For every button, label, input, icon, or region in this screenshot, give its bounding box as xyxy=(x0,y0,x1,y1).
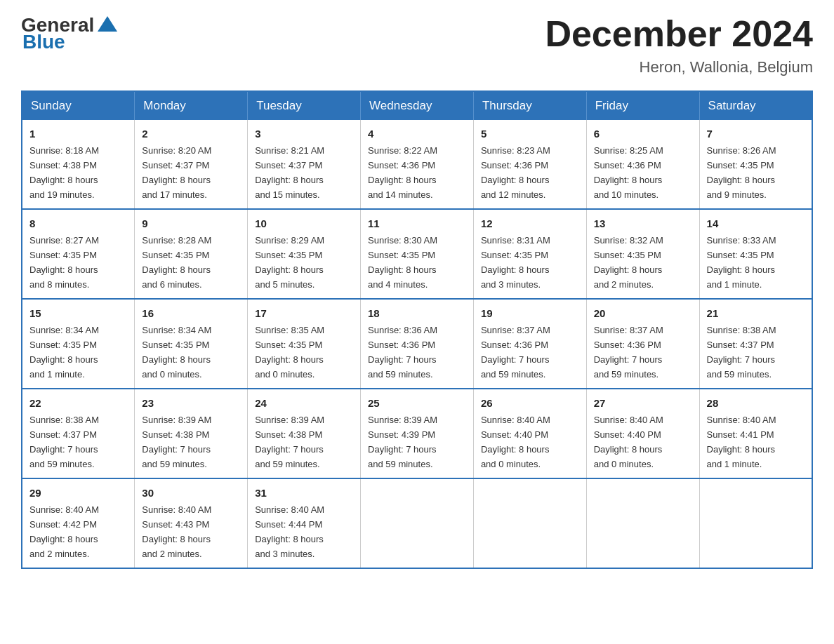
day-number: 1 xyxy=(29,126,127,142)
main-title: December 2024 xyxy=(545,14,813,54)
day-info: Sunrise: 8:40 AMSunset: 4:41 PMDaylight:… xyxy=(707,415,776,469)
calendar-cell: 24Sunrise: 8:39 AMSunset: 4:38 PMDayligh… xyxy=(248,389,361,478)
day-number: 17 xyxy=(255,305,353,321)
calendar-cell xyxy=(699,478,812,568)
calendar-cell: 3Sunrise: 8:21 AMSunset: 4:37 PMDaylight… xyxy=(248,120,361,209)
day-info: Sunrise: 8:38 AMSunset: 4:37 PMDaylight:… xyxy=(29,415,99,469)
calendar-cell: 27Sunrise: 8:40 AMSunset: 4:40 PMDayligh… xyxy=(586,389,699,478)
calendar-cell: 10Sunrise: 8:29 AMSunset: 4:35 PMDayligh… xyxy=(248,209,361,299)
day-number: 4 xyxy=(368,126,466,142)
calendar-cell: 22Sunrise: 8:38 AMSunset: 4:37 PMDayligh… xyxy=(22,389,135,478)
day-number: 12 xyxy=(481,215,579,232)
day-number: 26 xyxy=(481,395,579,411)
calendar-cell: 12Sunrise: 8:31 AMSunset: 4:35 PMDayligh… xyxy=(473,209,586,299)
day-info: Sunrise: 8:39 AMSunset: 4:38 PMDaylight:… xyxy=(142,415,211,469)
day-info: Sunrise: 8:26 AMSunset: 4:35 PMDaylight:… xyxy=(707,145,776,200)
day-info: Sunrise: 8:38 AMSunset: 4:37 PMDaylight:… xyxy=(707,325,776,380)
day-info: Sunrise: 8:25 AMSunset: 4:36 PMDaylight:… xyxy=(594,145,663,200)
calendar-cell: 16Sunrise: 8:34 AMSunset: 4:35 PMDayligh… xyxy=(135,299,248,389)
calendar-week-row: 15Sunrise: 8:34 AMSunset: 4:35 PMDayligh… xyxy=(22,299,812,389)
day-info: Sunrise: 8:36 AMSunset: 4:36 PMDaylight:… xyxy=(368,325,437,380)
day-number: 31 xyxy=(255,485,353,501)
day-info: Sunrise: 8:40 AMSunset: 4:42 PMDaylight:… xyxy=(29,504,99,559)
calendar-cell: 9Sunrise: 8:28 AMSunset: 4:35 PMDaylight… xyxy=(135,209,248,299)
calendar-week-row: 8Sunrise: 8:27 AMSunset: 4:35 PMDaylight… xyxy=(22,209,812,299)
page-header: General Blue December 2024 Heron, Wallon… xyxy=(21,14,813,76)
day-info: Sunrise: 8:40 AMSunset: 4:40 PMDaylight:… xyxy=(481,415,550,469)
day-info: Sunrise: 8:40 AMSunset: 4:44 PMDaylight:… xyxy=(255,504,324,559)
day-info: Sunrise: 8:34 AMSunset: 4:35 PMDaylight:… xyxy=(29,325,99,380)
day-number: 7 xyxy=(707,126,805,142)
day-info: Sunrise: 8:22 AMSunset: 4:36 PMDaylight:… xyxy=(368,145,437,200)
calendar-cell xyxy=(361,478,474,568)
calendar-table: SundayMondayTuesdayWednesdayThursdayFrid… xyxy=(21,90,813,569)
calendar-cell: 8Sunrise: 8:27 AMSunset: 4:35 PMDaylight… xyxy=(22,209,135,299)
day-number: 29 xyxy=(29,485,127,501)
day-info: Sunrise: 8:32 AMSunset: 4:35 PMDaylight:… xyxy=(594,235,663,290)
title-section: December 2024 Heron, Wallonia, Belgium xyxy=(545,14,813,76)
day-number: 23 xyxy=(142,395,240,411)
day-info: Sunrise: 8:35 AMSunset: 4:35 PMDaylight:… xyxy=(255,325,324,380)
day-info: Sunrise: 8:40 AMSunset: 4:40 PMDaylight:… xyxy=(594,415,663,469)
subtitle: Heron, Wallonia, Belgium xyxy=(545,58,813,76)
calendar-header-tuesday: Tuesday xyxy=(248,91,361,120)
calendar-week-row: 22Sunrise: 8:38 AMSunset: 4:37 PMDayligh… xyxy=(22,389,812,478)
day-info: Sunrise: 8:37 AMSunset: 4:36 PMDaylight:… xyxy=(594,325,663,380)
calendar-week-row: 29Sunrise: 8:40 AMSunset: 4:42 PMDayligh… xyxy=(22,478,812,568)
calendar-week-row: 1Sunrise: 8:18 AMSunset: 4:38 PMDaylight… xyxy=(22,120,812,209)
day-number: 18 xyxy=(368,305,466,321)
calendar-header-monday: Monday xyxy=(135,91,248,120)
day-info: Sunrise: 8:29 AMSunset: 4:35 PMDaylight:… xyxy=(255,235,324,290)
day-number: 28 xyxy=(707,395,805,411)
day-info: Sunrise: 8:27 AMSunset: 4:35 PMDaylight:… xyxy=(29,235,99,290)
calendar-cell: 19Sunrise: 8:37 AMSunset: 4:36 PMDayligh… xyxy=(473,299,586,389)
day-number: 3 xyxy=(255,126,353,142)
day-number: 25 xyxy=(368,395,466,411)
day-info: Sunrise: 8:18 AMSunset: 4:38 PMDaylight:… xyxy=(29,145,99,200)
calendar-cell: 4Sunrise: 8:22 AMSunset: 4:36 PMDaylight… xyxy=(361,120,474,209)
day-number: 24 xyxy=(255,395,353,411)
day-number: 2 xyxy=(142,126,240,142)
calendar-cell: 1Sunrise: 8:18 AMSunset: 4:38 PMDaylight… xyxy=(22,120,135,209)
day-number: 13 xyxy=(594,215,692,232)
day-number: 27 xyxy=(594,395,692,411)
day-info: Sunrise: 8:33 AMSunset: 4:35 PMDaylight:… xyxy=(707,235,776,290)
day-number: 16 xyxy=(142,305,240,321)
day-number: 8 xyxy=(29,215,127,232)
day-info: Sunrise: 8:28 AMSunset: 4:35 PMDaylight:… xyxy=(142,235,211,290)
day-info: Sunrise: 8:40 AMSunset: 4:43 PMDaylight:… xyxy=(142,504,211,559)
day-number: 22 xyxy=(29,395,127,411)
logo-blue-text: Blue xyxy=(22,31,65,53)
calendar-cell xyxy=(473,478,586,568)
calendar-cell: 2Sunrise: 8:20 AMSunset: 4:37 PMDaylight… xyxy=(135,120,248,209)
logo: General Blue xyxy=(21,14,119,53)
day-number: 19 xyxy=(481,305,579,321)
day-number: 15 xyxy=(29,305,127,321)
day-number: 5 xyxy=(481,126,579,142)
calendar-cell: 30Sunrise: 8:40 AMSunset: 4:43 PMDayligh… xyxy=(135,478,248,568)
day-info: Sunrise: 8:31 AMSunset: 4:35 PMDaylight:… xyxy=(481,235,550,290)
calendar-cell: 25Sunrise: 8:39 AMSunset: 4:39 PMDayligh… xyxy=(361,389,474,478)
calendar-cell: 26Sunrise: 8:40 AMSunset: 4:40 PMDayligh… xyxy=(473,389,586,478)
day-number: 21 xyxy=(707,305,805,321)
day-number: 6 xyxy=(594,126,692,142)
calendar-header-thursday: Thursday xyxy=(473,91,586,120)
calendar-cell: 17Sunrise: 8:35 AMSunset: 4:35 PMDayligh… xyxy=(248,299,361,389)
day-info: Sunrise: 8:37 AMSunset: 4:36 PMDaylight:… xyxy=(481,325,550,380)
calendar-cell: 11Sunrise: 8:30 AMSunset: 4:35 PMDayligh… xyxy=(361,209,474,299)
calendar-cell: 23Sunrise: 8:39 AMSunset: 4:38 PMDayligh… xyxy=(135,389,248,478)
calendar-cell: 29Sunrise: 8:40 AMSunset: 4:42 PMDayligh… xyxy=(22,478,135,568)
calendar-header-friday: Friday xyxy=(586,91,699,120)
day-info: Sunrise: 8:23 AMSunset: 4:36 PMDaylight:… xyxy=(481,145,550,200)
day-info: Sunrise: 8:39 AMSunset: 4:38 PMDaylight:… xyxy=(255,415,324,469)
calendar-cell: 18Sunrise: 8:36 AMSunset: 4:36 PMDayligh… xyxy=(361,299,474,389)
calendar-header-row: SundayMondayTuesdayWednesdayThursdayFrid… xyxy=(22,91,812,120)
calendar-cell: 14Sunrise: 8:33 AMSunset: 4:35 PMDayligh… xyxy=(699,209,812,299)
day-info: Sunrise: 8:34 AMSunset: 4:35 PMDaylight:… xyxy=(142,325,211,380)
day-number: 9 xyxy=(142,215,240,232)
calendar-cell: 15Sunrise: 8:34 AMSunset: 4:35 PMDayligh… xyxy=(22,299,135,389)
calendar-cell: 20Sunrise: 8:37 AMSunset: 4:36 PMDayligh… xyxy=(586,299,699,389)
logo-triangle-icon xyxy=(96,15,119,33)
calendar-cell: 6Sunrise: 8:25 AMSunset: 4:36 PMDaylight… xyxy=(586,120,699,209)
day-number: 11 xyxy=(368,215,466,232)
